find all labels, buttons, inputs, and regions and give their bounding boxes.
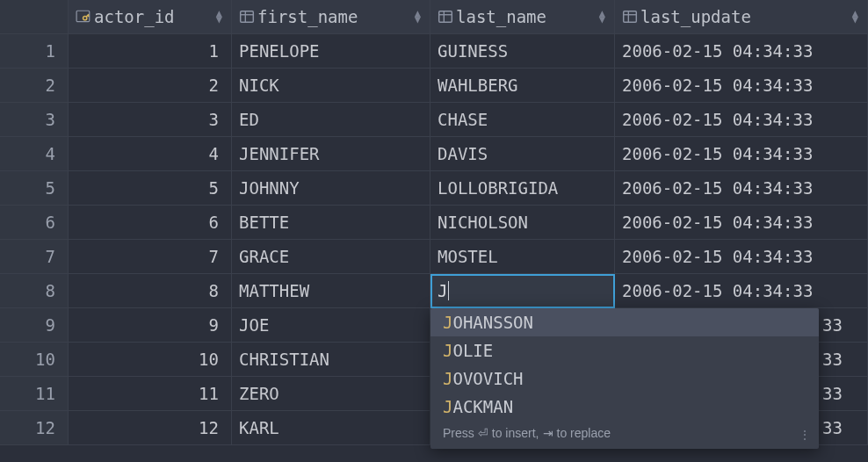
cell-first_name[interactable]: JOE [232, 308, 430, 343]
svg-rect-4 [241, 11, 254, 22]
cell-first_name[interactable]: ZERO [232, 377, 430, 411]
row-number[interactable]: 8 [0, 274, 69, 308]
row-number[interactable]: 1 [0, 34, 69, 69]
row-number[interactable]: 12 [0, 411, 69, 445]
cell-first_name[interactable]: BETTE [232, 206, 430, 240]
cell-actor_id[interactable]: 3 [69, 103, 232, 137]
more-options-icon[interactable]: ⋮ [799, 428, 812, 442]
column-header-label: first_name [257, 0, 358, 34]
tab-key-icon: ⇥ [543, 426, 553, 440]
column-header-label: actor_id [94, 0, 175, 34]
cell-last_name[interactable]: NICHOLSON [430, 206, 615, 240]
svg-rect-7 [439, 11, 452, 22]
cell-first_name[interactable]: PENELOPE [232, 34, 430, 69]
autocomplete-rest: OLIE [452, 341, 493, 360]
cell-last_name[interactable]: DAVIS [430, 137, 615, 171]
cell-actor_id[interactable]: 6 [69, 206, 232, 240]
autocomplete-item[interactable]: JOHANSSON [430, 308, 819, 336]
cell-last_update[interactable]: 2006-02-15 04:34:33 [615, 171, 868, 206]
cell-actor_id[interactable]: 2 [69, 69, 232, 103]
cell-actor_id[interactable]: 8 [69, 274, 232, 308]
autocomplete-match: J [443, 341, 452, 360]
cell-editor[interactable]: J [438, 281, 449, 300]
cell-last_update[interactable]: 2006-02-15 04:34:33 [615, 240, 868, 274]
cell-last_name[interactable]: LOLLOBRIGIDA [430, 171, 615, 206]
row-number[interactable]: 3 [0, 103, 69, 137]
key-icon [76, 9, 91, 25]
column-header-actor_id[interactable]: actor_id▲▼ [69, 0, 232, 34]
cell-actor_id[interactable]: 1 [69, 34, 232, 69]
autocomplete-rest: ACKMAN [452, 397, 513, 416]
column-icon [239, 9, 255, 25]
cell-first_name[interactable]: KARL [232, 411, 430, 445]
column-header-first_name[interactable]: first_name▲▼ [232, 0, 430, 34]
cell-last_update[interactable]: 2006-02-15 04:34:33 [615, 103, 868, 137]
svg-line-3 [88, 15, 89, 16]
autocomplete-popup: JOHANSSONJOLIEJOVOVICHJACKMANPress ⏎ to … [430, 308, 819, 449]
cell-last_name[interactable]: WAHLBERG [430, 69, 615, 103]
sort-toggle[interactable]: ▲▼ [599, 11, 605, 23]
column-header-last_update[interactable]: last_update▲▼ [615, 0, 868, 34]
cell-actor_id[interactable]: 7 [69, 240, 232, 274]
column-icon [438, 9, 453, 25]
cell-actor_id[interactable]: 9 [69, 308, 232, 343]
column-header-label: last_update [640, 0, 751, 34]
cell-first_name[interactable]: JOHNNY [232, 171, 430, 206]
row-number-header [0, 0, 69, 34]
cell-first_name[interactable]: MATTHEW [232, 274, 430, 308]
cell-actor_id[interactable]: 10 [69, 343, 232, 377]
cell-last_name[interactable]: MOSTEL [430, 240, 615, 274]
cell-first_name[interactable]: JENNIFER [232, 137, 430, 171]
row-number[interactable]: 5 [0, 171, 69, 206]
row-number[interactable]: 7 [0, 240, 69, 274]
autocomplete-match: J [443, 397, 452, 416]
autocomplete-item[interactable]: JOLIE [430, 336, 819, 365]
sort-toggle[interactable]: ▲▼ [415, 11, 421, 23]
autocomplete-item[interactable]: JACKMAN [430, 393, 819, 421]
row-number[interactable]: 2 [0, 69, 69, 103]
cell-last_name[interactable]: J [430, 274, 615, 308]
column-icon [622, 9, 638, 25]
cell-actor_id[interactable]: 5 [69, 171, 232, 206]
cell-last_update[interactable]: 2006-02-15 04:34:33 [615, 137, 868, 171]
cell-first_name[interactable]: GRACE [232, 240, 430, 274]
autocomplete-rest: OVOVICH [452, 369, 523, 388]
row-number[interactable]: 6 [0, 206, 69, 240]
autocomplete-match: J [443, 369, 452, 388]
cell-actor_id[interactable]: 11 [69, 377, 232, 411]
cell-first_name[interactable]: NICK [232, 69, 430, 103]
cell-last_update[interactable]: 2006-02-15 04:34:33 [615, 34, 868, 69]
autocomplete-hint: Press ⏎ to insert, ⇥ to replace [430, 421, 819, 449]
svg-rect-10 [624, 11, 637, 22]
cell-actor_id[interactable]: 4 [69, 137, 232, 171]
cell-last_name[interactable]: GUINESS [430, 34, 615, 69]
sort-toggle[interactable]: ▲▼ [852, 11, 858, 23]
cell-last_update[interactable]: 2006-02-15 04:34:33 [615, 274, 868, 308]
cell-last_name[interactable]: CHASE [430, 103, 615, 137]
column-header-last_name[interactable]: last_name▲▼ [430, 0, 615, 34]
enter-key-icon: ⏎ [478, 426, 488, 440]
row-number[interactable]: 4 [0, 137, 69, 171]
row-number[interactable]: 10 [0, 343, 69, 377]
autocomplete-match: J [443, 313, 452, 332]
cell-first_name[interactable]: CHRISTIAN [232, 343, 430, 377]
autocomplete-item[interactable]: JOVOVICH [430, 365, 819, 393]
cell-last_update[interactable]: 2006-02-15 04:34:33 [615, 206, 868, 240]
row-number[interactable]: 9 [0, 308, 69, 343]
autocomplete-rest: OHANSSON [452, 313, 533, 332]
cell-first_name[interactable]: ED [232, 103, 430, 137]
row-number[interactable]: 11 [0, 377, 69, 411]
cell-actor_id[interactable]: 12 [69, 411, 232, 445]
sort-toggle[interactable]: ▲▼ [216, 11, 222, 23]
column-header-label: last_name [456, 0, 546, 34]
cell-last_update[interactable]: 2006-02-15 04:34:33 [615, 69, 868, 103]
